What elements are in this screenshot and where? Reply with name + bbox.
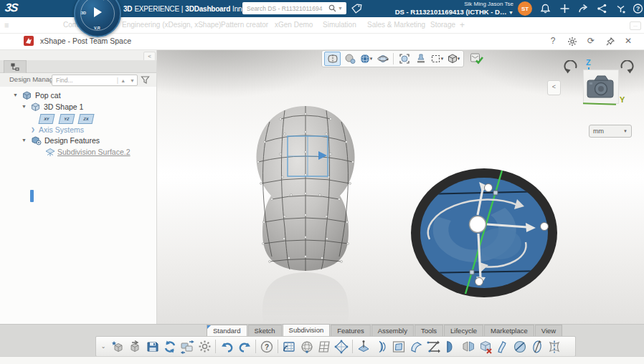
compass-play-icon[interactable] xyxy=(94,7,102,17)
manipulator-handle-top[interactable] xyxy=(485,184,493,192)
view-cube-widget[interactable]: Z Y xyxy=(577,58,632,124)
redo-button[interactable] xyxy=(237,338,252,355)
plane-zx-icon[interactable]: ZX xyxy=(78,114,95,124)
tree-label-shape[interactable]: 3D Shape 1 xyxy=(44,101,83,112)
surface-patch-button[interactable] xyxy=(408,338,424,355)
view-cube-face[interactable] xyxy=(583,70,619,104)
nav-tab-pattern-creator[interactable]: Pattern creator xyxy=(221,17,268,33)
bridge-button[interactable] xyxy=(425,338,441,355)
expander-icon[interactable]: ▼ xyxy=(22,135,27,146)
tree-label-axis-systems[interactable]: Axis Systems xyxy=(39,124,84,135)
work-on-support-button[interactable] xyxy=(281,338,297,355)
tree-label-subdivision-surface[interactable]: Subdivision Surface.2 xyxy=(57,146,131,158)
expander-icon[interactable]: ▼ xyxy=(13,90,18,101)
primitive-pyramid-button[interactable] xyxy=(356,338,371,355)
share-arrow-icon[interactable] xyxy=(577,3,589,14)
compass-collapse-button[interactable]: < xyxy=(547,80,561,95)
plane-yz-icon[interactable]: YZ xyxy=(59,114,75,124)
shaded-with-edges-button[interactable] xyxy=(342,52,357,65)
manipulator-handle-bottom[interactable] xyxy=(475,278,483,286)
expander-icon[interactable]: ❯ xyxy=(31,124,35,135)
menu-burger-icon[interactable]: ≡ xyxy=(4,17,9,33)
split-body-button[interactable] xyxy=(460,338,476,355)
chevron-down-icon[interactable]: ▼ xyxy=(369,57,374,61)
plane-xy-icon[interactable]: XY xyxy=(39,114,55,124)
rotation-manipulator[interactable] xyxy=(408,166,560,300)
chevron-down-icon[interactable]: ▼ xyxy=(457,57,461,61)
subdivision-sphere-button[interactable] xyxy=(299,338,315,355)
tab-subdivision[interactable]: Subdivision xyxy=(283,324,331,336)
refresh-sync-button[interactable] xyxy=(162,338,178,355)
sweep-curve-button[interactable] xyxy=(495,338,511,355)
find-prev-icon[interactable]: ▲ xyxy=(118,78,128,83)
turntable-button[interactable] xyxy=(375,52,390,65)
save-button[interactable] xyxy=(145,338,161,355)
manipulator-center-handle[interactable] xyxy=(470,216,486,233)
rotate-left-arrow-icon[interactable] xyxy=(563,60,579,76)
close-icon[interactable]: ✕ xyxy=(623,37,633,47)
tab-sketch[interactable]: Sketch xyxy=(248,325,282,336)
units-dropdown[interactable]: mm ▼ xyxy=(589,125,632,138)
add-tab-button[interactable]: + xyxy=(460,17,465,33)
xshape-app-icon[interactable] xyxy=(24,36,34,46)
refresh-icon[interactable]: ⟳ xyxy=(586,37,596,47)
search-box[interactable]: ▼ xyxy=(242,2,346,14)
tab-lifecycle[interactable]: Lifecycle xyxy=(444,325,483,336)
bell-icon[interactable] xyxy=(539,3,551,14)
tab-marketplace[interactable]: Marketplace xyxy=(484,325,534,336)
face-frame-button[interactable] xyxy=(391,338,407,355)
search-icon[interactable] xyxy=(328,4,336,12)
find-input[interactable] xyxy=(52,77,117,84)
find-box[interactable]: | ▲ ▼ xyxy=(52,75,138,86)
loft-surface-button[interactable] xyxy=(442,338,458,355)
expander-icon[interactable]: ▼ xyxy=(22,101,27,112)
validate-stamp-button[interactable] xyxy=(413,52,428,65)
tree-label-root[interactable]: Pop cat xyxy=(35,90,61,101)
filter-funnel-icon[interactable] xyxy=(141,75,150,85)
nav-tab-engineering[interactable]: Engineering (xDesign, xShape) xyxy=(122,17,221,33)
help-button[interactable]: ? xyxy=(259,338,275,355)
undo-button[interactable] xyxy=(219,338,235,355)
tag-icon[interactable] xyxy=(351,3,363,14)
extrude-surface-button[interactable] xyxy=(374,338,389,355)
options-gear-button[interactable] xyxy=(196,338,212,355)
3ds-logo[interactable]: 3S xyxy=(4,1,18,14)
toolbar-expand-button[interactable]: ⌄ xyxy=(98,338,108,355)
subdivision-model[interactable] xyxy=(237,85,366,324)
view-cube-button[interactable]: ▼ xyxy=(446,52,461,65)
more-tabs-button[interactable]: ... xyxy=(630,21,641,30)
reframe-button[interactable] xyxy=(397,52,412,65)
user-context[interactable]: DS - R1132101169413 (ICTHK - D… ▼ xyxy=(380,8,513,16)
help-icon[interactable]: ? xyxy=(548,37,558,47)
manipulator-handle-right[interactable] xyxy=(541,223,549,231)
delete-face-button[interactable] xyxy=(478,338,493,355)
find-next-icon[interactable]: ▼ xyxy=(128,78,137,83)
user-block[interactable]: Sik Ming Jason Tse DS - R1132101169413 (… xyxy=(380,1,513,16)
slice-sphere-button[interactable] xyxy=(512,338,528,355)
render-style-button[interactable]: ▼ xyxy=(359,52,374,65)
tree-label-design-features[interactable]: Design Features xyxy=(44,135,100,146)
mesh-diamond-button[interactable] xyxy=(333,338,349,355)
help-icon[interactable]: ? xyxy=(632,3,644,14)
selection-mode-button[interactable]: ▼ xyxy=(430,52,445,65)
trim-ellipse-button[interactable] xyxy=(529,338,545,355)
person-icon[interactable] xyxy=(615,3,627,14)
avatar[interactable]: ST xyxy=(518,1,532,16)
nav-tab-sales-marketing[interactable]: Sales & Marketing xyxy=(367,17,425,33)
pin-icon[interactable] xyxy=(605,37,615,47)
axis-node[interactable] xyxy=(470,270,474,274)
tab-tools[interactable]: Tools xyxy=(415,325,443,336)
share-nodes-icon[interactable] xyxy=(596,3,608,14)
search-scope-chevron-icon[interactable]: ▼ xyxy=(338,6,343,11)
3d-viewport[interactable]: ▼ ▼ ▼ xyxy=(157,49,644,324)
update-status-button[interactable] xyxy=(468,51,486,66)
tab-assembly[interactable]: Assembly xyxy=(371,325,414,336)
tab-view[interactable]: View xyxy=(535,325,562,336)
tree-view-tab[interactable] xyxy=(4,60,27,73)
tab-features[interactable]: Features xyxy=(331,325,371,336)
planar-quad-grid-button[interactable] xyxy=(316,338,332,355)
chevron-down-icon[interactable]: ▼ xyxy=(440,57,445,61)
subdivision-mode-button[interactable] xyxy=(324,52,341,66)
tab-standard[interactable]: Standard xyxy=(207,325,247,336)
nav-tab-xgen-demo[interactable]: xGen Demo xyxy=(275,17,313,33)
